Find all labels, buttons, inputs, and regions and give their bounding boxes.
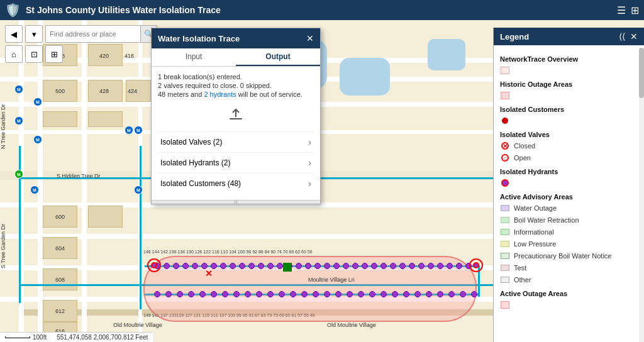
bld-num-608: 608: [55, 277, 65, 283]
dialog-resize-handle[interactable]: ⁞⁞: [152, 200, 320, 204]
meter-m5-green: M: [14, 170, 23, 179]
legend-sym-other: [500, 275, 510, 285]
legend-sym-iso-customer: [500, 116, 510, 126]
hydrant-b12: [279, 291, 285, 297]
search-box[interactable]: 🔍: [45, 25, 157, 43]
hydrant-20: [333, 263, 340, 269]
meter-m9: M: [134, 126, 143, 135]
water-isolation-dialog: Water Isolation Trace ✕ Input Output 1 b…: [151, 28, 321, 204]
legend-sym-valve-open: ○: [500, 153, 510, 163]
hydrant-b8: [233, 291, 240, 297]
dialog-tabs: Input Output: [152, 48, 320, 67]
meter-m1: M: [14, 85, 23, 94]
legend-sym-valve-closed: ✕: [500, 141, 510, 151]
hydrant-13: [267, 263, 274, 269]
back-button[interactable]: ◀: [5, 25, 23, 43]
hydrant-11: [248, 263, 255, 269]
legend-item-test: Test: [500, 263, 638, 273]
hydrant-24: [371, 263, 377, 269]
legend-sym-low-pressure: [500, 239, 510, 249]
meter-m3: M: [14, 116, 23, 125]
hydrant-b6: [211, 291, 217, 297]
menu-list-icon[interactable]: ☰: [617, 4, 626, 16]
zoom-controls: ◀ ▾ 🔍: [5, 25, 157, 43]
hydrant-b17: [335, 291, 341, 297]
legend-section-advisory: Active Advisory Areas: [500, 193, 638, 201]
legend-header-icons: ⟨⟨ ✕: [619, 31, 638, 41]
customers-chevron-icon: ›: [308, 179, 311, 189]
legend-section-historic: Historic Outage Areas: [500, 80, 638, 88]
hydrant-b3: [177, 291, 183, 297]
legend-item-low-pressure: Low Pressure: [500, 239, 638, 249]
hydrant-33: [456, 263, 462, 269]
hydrant-14: [277, 263, 283, 269]
legend-section-active-outage: Active Outage Areas: [500, 290, 638, 297]
valve-open-marker: [283, 263, 292, 272]
bld-num-612: 612: [55, 308, 65, 314]
legend-label-precautionary: Precautionary Boil Water Notice: [514, 252, 612, 260]
tab-input[interactable]: Input: [152, 48, 236, 66]
result-valves-label: Isolated Valves (2): [160, 138, 223, 146]
info-line3: 48 meters and 2 hydrants will be out of …: [158, 91, 314, 98]
hydrant-31: [437, 263, 443, 269]
legend-item-historic: [500, 91, 638, 101]
tab-output[interactable]: Output: [236, 48, 320, 66]
legend-label-water-outage: Water Outage: [514, 204, 557, 212]
legend-label-other: Other: [514, 276, 531, 284]
street-label-stree: S Tree Garden Dr: [0, 193, 6, 268]
dialog-close-button[interactable]: ✕: [306, 33, 314, 43]
dialog-header: Water Isolation Trace ✕: [152, 28, 320, 48]
grid-button[interactable]: ⊞: [45, 45, 63, 63]
upload-icon-area: [158, 104, 314, 125]
hydrant-b29: [471, 291, 477, 297]
layers-button[interactable]: ⊡: [25, 45, 43, 63]
building-lot2: [88, 111, 123, 127]
map-toolbar: ◀ ▾ 🔍 ⌂ ⊡ ⊞: [5, 25, 157, 63]
result-hydrants-row[interactable]: Isolated Hydrants (2) ›: [158, 152, 314, 173]
hydrant-b7: [222, 291, 228, 297]
legend-sym-informational: [500, 227, 510, 237]
hydrant-3: [173, 263, 179, 269]
hydrant-b4: [188, 291, 194, 297]
legend-close-button[interactable]: ✕: [630, 31, 638, 41]
legend-item-iso-hydrant: [500, 178, 638, 188]
meter-m4: M: [33, 135, 42, 144]
hydrant-17: [305, 263, 311, 269]
header-actions: ☰ ⊞: [617, 4, 639, 16]
zoom-dropdown[interactable]: ▾: [25, 25, 43, 43]
layers-icon[interactable]: ⊞: [631, 4, 639, 16]
app-header: 🛡️ St Johns County Utilities Water Isola…: [0, 0, 644, 20]
legend-item-valve-open: ○ Open: [500, 153, 638, 163]
hydrant-18: [314, 263, 321, 269]
legend-scrollbar-thumb[interactable]: [639, 48, 644, 98]
legend-collapse-button[interactable]: ⟨⟨: [619, 31, 625, 41]
hydrant-b22: [392, 291, 398, 297]
hydrant-27: [399, 263, 406, 269]
hydrant-10: [239, 263, 245, 269]
legend-title: Legend: [500, 32, 529, 41]
meter-m2: M: [33, 97, 42, 106]
isolated-hydrant-marker-left: [151, 262, 157, 268]
street-label-old-moultrie-2: Old Moultrie Village: [327, 322, 376, 328]
hydrant-22: [352, 263, 358, 269]
hydrant-32: [447, 263, 453, 269]
info-line1: 1 break location(s) entered.: [158, 73, 314, 80]
result-customers-row[interactable]: Isolated Customers (48) ›: [158, 173, 314, 194]
hydrant-b15: [313, 291, 319, 297]
street-label-ntree: N Tree Garden Dr: [0, 74, 6, 149]
legend-item-informational: Informational: [500, 227, 638, 237]
isolated-hydrant-marker-right: [473, 262, 479, 268]
legend-scrollbar-track[interactable]: [639, 48, 644, 342]
result-valves-row[interactable]: Isolated Valves (2) ›: [158, 131, 314, 152]
home-button[interactable]: ⌂: [5, 45, 23, 63]
hydrant-b11: [267, 291, 274, 297]
valves-chevron-icon: ›: [308, 137, 311, 147]
search-input[interactable]: [46, 30, 140, 38]
building-129: [88, 206, 123, 228]
hydrant-b28: [460, 291, 466, 297]
hydrant-9: [230, 263, 236, 269]
hydrant-b24: [414, 291, 421, 297]
street-v2: [38, 20, 43, 342]
scale-bar: 100ft: [5, 334, 47, 341]
hydrant-23: [362, 263, 368, 269]
